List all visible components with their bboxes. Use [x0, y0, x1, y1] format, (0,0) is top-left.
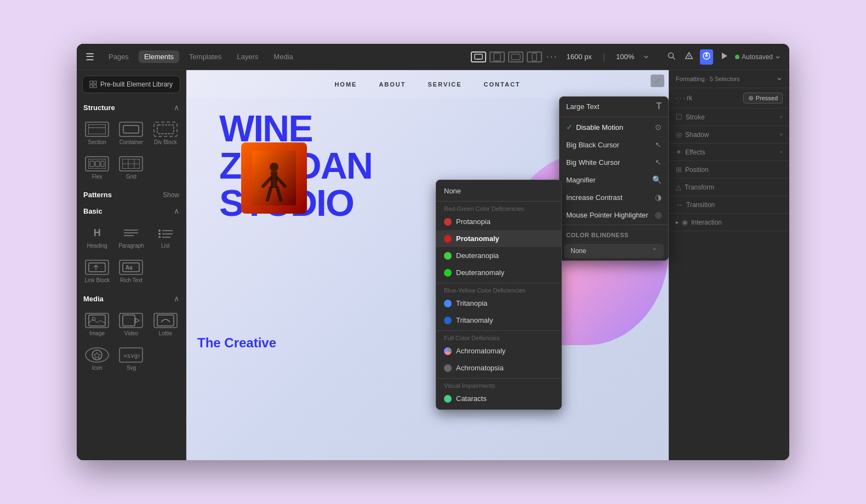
a11y-big-black-cursor[interactable]: Big Black Cursor ↖ [560, 136, 668, 153]
a11y-divider-2 [560, 225, 668, 225]
nav-home[interactable]: HOME [334, 81, 357, 88]
element-icon-el[interactable]: Icon [81, 343, 113, 375]
hamburger-menu[interactable]: ☰ [86, 51, 94, 63]
element-flex[interactable]: Flex [81, 152, 113, 184]
site-image-card [241, 142, 307, 214]
element-video[interactable]: Video [115, 308, 147, 341]
pressed-badge[interactable]: ⊕ Pressed [743, 93, 783, 104]
cb-deuteranopia[interactable]: Deuteranopia [436, 247, 561, 264]
cb-none[interactable]: None [436, 182, 561, 199]
element-section[interactable]: Section [81, 117, 113, 150]
cb-deuteranomaly[interactable]: Deuteranomaly [436, 264, 561, 281]
shadow-label: Shadow [685, 131, 709, 139]
cb-achromatopsia[interactable]: Achromatopsia [436, 359, 561, 376]
basic-section-header[interactable]: Basic ∧ [77, 202, 186, 219]
element-list[interactable]: List [150, 221, 181, 253]
structure-collapse[interactable]: ∧ [174, 103, 179, 112]
svg-rect-3 [511, 54, 520, 60]
zoom-control[interactable]: 100% [612, 51, 639, 62]
tab-elements[interactable]: Elements [139, 50, 179, 63]
tritanomaly-label: Tritanomaly [456, 316, 493, 324]
element-linkblock[interactable]: Link Block [81, 255, 113, 288]
element-heading[interactable]: H Heading [81, 221, 113, 253]
play-icon[interactable] [717, 49, 731, 65]
effects-icon: ✦ [676, 148, 682, 156]
element-image[interactable]: Image [81, 308, 113, 341]
selector-chevron[interactable] [776, 76, 783, 82]
increase-contrast-icon: ◑ [655, 193, 662, 202]
svg-rect-24 [95, 161, 100, 167]
expand-canvas-btn[interactable]: ⤢ [651, 75, 664, 87]
svg-rect-44 [123, 315, 135, 326]
structure-section-header[interactable]: Structure ∧ [77, 99, 186, 115]
tab-layers[interactable]: Layers [231, 50, 264, 63]
icon-el-icon [85, 347, 109, 363]
a11y-divider-1 [560, 117, 668, 117]
element-richtext[interactable]: Aa Rich Text [115, 255, 147, 288]
shadow-expand[interactable]: + [779, 131, 783, 138]
patterns-section-header[interactable]: Patterns Show [77, 186, 186, 202]
a11y-pointer-highlighter[interactable]: Mouse Pointer Highlighter ◎ [560, 206, 668, 224]
element-container[interactable]: Container [115, 117, 147, 150]
position-section[interactable]: ⊞ Position [669, 161, 789, 179]
main-content: Pre-built Element Library Structure ∧ Se… [77, 70, 789, 460]
cb-tritanopia[interactable]: Tritanopia [436, 295, 561, 312]
basic-collapse[interactable]: ∧ [174, 207, 179, 215]
desktop-icon[interactable] [471, 51, 486, 62]
nav-service[interactable]: SERVICE [428, 81, 462, 88]
tritanomaly-dot [444, 317, 452, 324]
cb-protanopia[interactable]: Protanopia [436, 213, 561, 230]
cb-achromatomaly[interactable]: Achromatomaly [436, 342, 561, 359]
a11y-disable-motion[interactable]: ✓ Disable Motion ⊙ [560, 118, 668, 136]
effects-expand[interactable]: + [779, 149, 783, 155]
svg-rect-16 [90, 85, 93, 88]
magnifier-icon: 🔍 [652, 175, 662, 184]
interaction-section[interactable]: ▸ ◉ Interaction [669, 214, 789, 231]
media-section-header[interactable]: Media ∧ [77, 290, 186, 306]
a11y-big-white-cursor[interactable]: Big White Cursor ↖ [560, 153, 668, 171]
element-paragraph[interactable]: Paragraph [115, 221, 147, 253]
achromatomaly-dot [444, 347, 452, 355]
nav-contact[interactable]: CONTACT [484, 81, 521, 88]
a11y-increase-contrast[interactable]: Increase Contrast ◑ [560, 188, 668, 206]
transform-section[interactable]: △ Transform [669, 179, 789, 196]
svg-rect-2 [494, 53, 500, 61]
paragraph-icon [119, 225, 143, 240]
effects-section[interactable]: ✦ Effects + [669, 144, 789, 161]
prebuilt-library-btn[interactable]: Pre-built Element Library [82, 76, 180, 93]
shadow-section[interactable]: ◎ Shadow + [669, 126, 789, 144]
more-devices[interactable]: ··· [546, 51, 558, 62]
landscape-icon[interactable] [508, 51, 523, 62]
transition-section[interactable]: ↔ Transition [669, 196, 789, 214]
mobile-icon[interactable] [527, 51, 542, 62]
tab-media[interactable]: Media [268, 50, 298, 63]
svg-rect-0 [475, 54, 482, 59]
nav-about[interactable]: ABOUT [379, 81, 406, 88]
tablet-icon[interactable] [489, 51, 505, 62]
svg-rect-51 [271, 171, 277, 188]
cb-protanomaly[interactable]: Protanomaly [436, 230, 561, 247]
a11y-large-text[interactable]: Large Text T [560, 97, 668, 116]
element-grid[interactable]: Grid [115, 152, 147, 184]
stroke-section[interactable]: ☐ Stroke + [669, 108, 789, 126]
alert-icon[interactable] [682, 49, 696, 65]
stroke-expand[interactable]: + [779, 114, 783, 120]
element-divblock[interactable]: Div Block [150, 117, 181, 150]
tab-pages[interactable]: Pages [103, 50, 134, 63]
disable-motion-check: ✓ [566, 123, 573, 131]
color-blindness-select[interactable]: None ⌃ [564, 244, 664, 258]
patterns-show[interactable]: Show [163, 191, 179, 199]
cb-cataracts[interactable]: Cataracts [436, 390, 561, 407]
svg-line-6 [673, 57, 675, 59]
color-blindness-section: Color Blindness [560, 226, 668, 242]
cb-tritanomaly[interactable]: Tritanomaly [436, 312, 561, 329]
tab-templates[interactable]: Templates [184, 50, 227, 63]
a11y-magnifier[interactable]: Magnifier 🔍 [560, 171, 668, 188]
svg-point-35 [158, 233, 161, 235]
search-icon[interactable] [665, 49, 678, 65]
element-lottie[interactable]: Lottie [150, 308, 181, 341]
accessibility-icon[interactable] [700, 49, 713, 65]
protanomaly-dot [444, 235, 452, 243]
media-collapse[interactable]: ∧ [174, 294, 179, 303]
element-svg[interactable]: <svg> Svg [115, 343, 147, 375]
